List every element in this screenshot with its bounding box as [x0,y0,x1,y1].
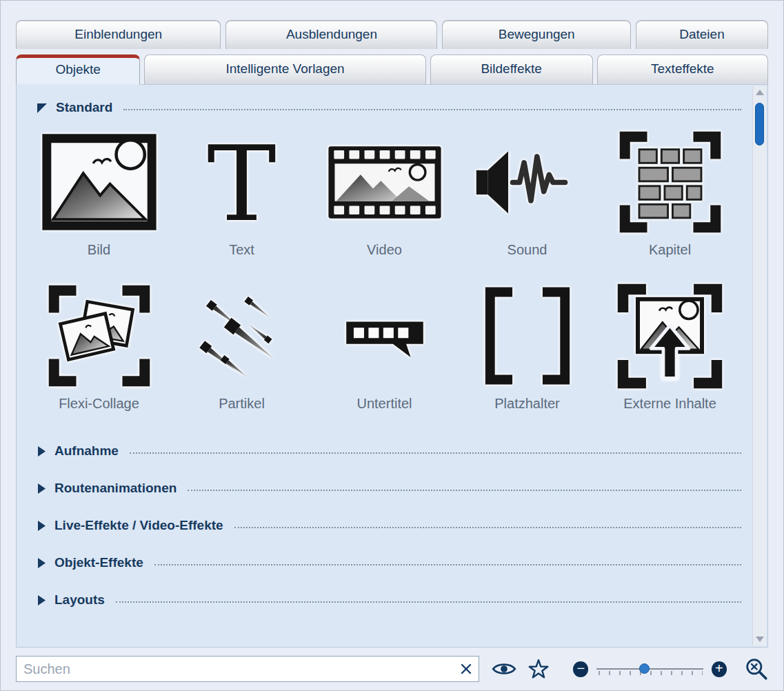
chapter-icon [619,128,722,237]
tab-row-secondary: Einblendungen Ausblendungen Bewegungen D… [1,1,783,49]
tile-untertitel[interactable]: Untertitel [313,281,456,412]
tile-label: Kapitel [649,242,691,258]
scroll-down-icon[interactable] [753,633,767,645]
text-icon: T [200,128,283,237]
scrollbar-thumb[interactable] [755,103,764,146]
tile-label: Text [229,242,254,258]
section-label: Live-Effekte / Video-Effekte [54,518,223,533]
slider-thumb[interactable] [639,663,650,674]
tile-flexi-collage[interactable]: Flexi-Collage [28,281,170,412]
footer-bar: − + [1,648,783,690]
tile-kapitel[interactable]: Kapitel [599,128,741,258]
expand-triangle-icon [36,594,46,606]
tile-platzhalter[interactable]: Platzhalter [456,281,599,412]
tile-label: Partikel [219,396,265,412]
tile-label: Untertitel [356,396,412,412]
tile-label: Platzhalter [494,396,560,412]
slider-ticks [599,671,702,675]
tab-bildeffekte[interactable]: Bildeffekte [430,54,593,84]
tile-sound[interactable]: Sound [456,128,599,258]
tile-partikel[interactable]: Partikel [170,281,313,412]
collapsed-section-list: Aufnahme Routenanimationen Live-Effekte … [26,432,743,619]
tile-text[interactable]: T Text [170,128,313,258]
scrollbar-track[interactable] [753,99,766,633]
section-label: Standard [56,100,112,115]
section-header-standard[interactable]: Standard [36,100,741,115]
dotted-leader [234,527,741,528]
zoom-in-icon[interactable]: + [712,661,727,677]
content-panel: Standard [16,84,768,648]
section-label: Aufnahme [54,443,119,459]
tile-bild[interactable]: Bild [28,128,170,258]
sound-icon [470,128,584,237]
magnifier-reset-icon[interactable] [745,657,768,681]
tab-texteffekte[interactable]: Texteffekte [597,54,768,84]
tab-intelligente-vorlagen[interactable]: Intelligente Vorlagen [144,54,425,84]
tab-bewegungen[interactable]: Bewegungen [442,20,630,49]
tile-externe-inhalte[interactable]: Externe Inhalte [599,281,741,412]
section-header-aufnahme[interactable]: Aufnahme [36,432,741,470]
flexi-collage-icon [48,281,151,390]
external-content-icon [616,281,723,390]
clear-icon[interactable] [459,662,473,676]
expand-triangle-icon [36,445,46,457]
dotted-leader [188,490,741,491]
tab-objekte[interactable]: Objekte [16,54,140,85]
tile-label: Flexi-Collage [59,396,139,412]
image-icon [41,128,157,237]
tile-label: Bild [88,242,110,258]
zoom-out-icon[interactable]: − [573,661,588,677]
vertical-scrollbar[interactable] [752,86,766,645]
section-header-routenanimationen[interactable]: Routenanimationen [36,470,741,507]
scroll-up-icon[interactable] [753,86,767,99]
collapse-triangle-icon [36,102,48,114]
eye-icon[interactable] [492,660,516,678]
dotted-leader [154,564,741,565]
expand-triangle-icon [36,483,46,494]
search-input[interactable] [23,661,459,677]
section-header-objekt-effekte[interactable]: Objekt-Effekte [36,544,741,581]
tile-video[interactable]: Video [313,128,456,258]
section-label: Objekt-Effekte [54,555,143,570]
tab-einblendungen[interactable]: Einblendungen [16,20,221,49]
subtitle-icon [336,281,433,390]
tab-ausblendungen[interactable]: Ausblendungen [225,20,437,49]
video-icon [326,128,443,237]
expand-triangle-icon [36,557,46,569]
section-label: Layouts [54,592,105,608]
section-label: Routenanimationen [54,481,177,496]
dotted-leader [116,601,741,603]
tile-label: Sound [507,242,547,258]
section-header-layouts[interactable]: Layouts [36,581,741,619]
tab-dateien[interactable]: Dateien [636,20,768,49]
particle-icon [194,281,290,390]
star-icon[interactable] [527,658,550,680]
section-header-live-effekte[interactable]: Live-Effekte / Video-Effekte [36,507,741,544]
zoom-slider[interactable] [596,659,703,679]
dotted-leader [130,452,741,454]
placeholder-icon [476,281,579,390]
dotted-leader [123,109,741,110]
expand-triangle-icon [36,520,46,532]
tile-label: Video [367,242,402,258]
slider-track [596,668,703,670]
toolbox-panel: Einblendungen Ausblendungen Bewegungen D… [0,0,784,691]
object-grid: Bild T Text [28,128,741,412]
tab-row-primary: Objekte Intelligente Vorlagen Bildeffekt… [1,54,783,84]
tile-label: Externe Inhalte [623,396,716,412]
search-field[interactable] [16,656,479,682]
svg-text:T: T [207,131,276,233]
